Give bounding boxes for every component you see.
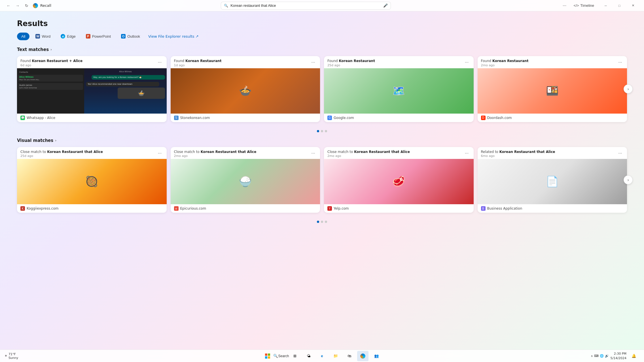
windows-start-button[interactable] [262, 351, 273, 361]
taskview-button[interactable]: ⊞ [289, 351, 300, 361]
tab-powerpoint[interactable]: P PowerPoint [82, 32, 115, 40]
card-found-text-1: Korean Restaurant [185, 59, 221, 63]
text-match-card-1[interactable]: Found Korean Restaurant 1d ago ··· 🍲 S S… [171, 56, 320, 122]
minimize-button[interactable]: ─ [599, 1, 612, 10]
search-icon: 🔍 [224, 4, 228, 8]
weather-widget: ☀️ 71°F Sunny [5, 352, 18, 360]
card-time-2: 25d ago [327, 63, 375, 67]
card-more-button-3[interactable]: ··· [617, 59, 624, 66]
card-image-2: 🗺️ [324, 68, 474, 114]
window-controls: ─ □ ✕ [599, 1, 639, 10]
food-emoji-2: 🗺️ [392, 85, 405, 97]
titlebar-search-bar[interactable]: 🔍 🎤 [221, 2, 391, 10]
epicurious-icon: e [174, 206, 179, 211]
expand-tray-icon[interactable]: ∧ [591, 354, 593, 357]
tab-word[interactable]: W Word [31, 32, 55, 40]
svg-rect-1 [268, 354, 270, 356]
card-source-0: 💬 Whatsapp - Alice [17, 114, 167, 122]
text-matches-carousel: Found Korean Restaurant + Alice 6d ago ·… [17, 56, 627, 122]
visual-matches-carousel: Close match to Korean Restaurant that Al… [17, 147, 627, 213]
view-file-explorer-link[interactable]: View File Explorer results ↗ [148, 34, 199, 39]
teams-taskbar-button[interactable]: 👥 [371, 351, 382, 361]
text-matches-next-arrow[interactable]: › [624, 84, 633, 93]
card-screenshot-2: 🗺️ [324, 68, 474, 114]
card-more-button-0[interactable]: ··· [156, 59, 163, 66]
card-more-button-2[interactable]: ··· [463, 59, 470, 66]
visual-card-more-0[interactable]: ··· [156, 150, 163, 157]
visual-match-text-1: Korean Restaurant that Alice [201, 150, 257, 154]
edge-taskbar-button[interactable]: e [316, 351, 328, 361]
notification-button[interactable]: 🔔 [628, 351, 639, 361]
powerpoint-icon: P [86, 34, 90, 39]
visual-match-card-1[interactable]: Close match to Korean Restaurant that Al… [171, 147, 320, 213]
tab-outlook[interactable]: O Outlook [117, 32, 144, 40]
visual-match-card-3[interactable]: Related to Korean Restaurant that Alice … [478, 147, 627, 213]
visual-card-more-3[interactable]: ··· [617, 150, 624, 157]
store-taskbar-button[interactable]: 🛍 [344, 351, 355, 361]
visual-source-label-0: Koggiiexpress.com [27, 206, 58, 210]
card-more-button-1[interactable]: ··· [310, 59, 317, 66]
clock-display[interactable]: 2:30 PM 5/14/2024 [611, 352, 626, 360]
visual-match-card-0[interactable]: Close match to Korean Restaurant that Al… [17, 147, 167, 213]
back-button[interactable]: ← [5, 2, 12, 10]
widgets-button[interactable]: 🌤 [303, 351, 314, 361]
tab-word-label: Word [42, 34, 50, 39]
recall-taskbar-button[interactable] [357, 351, 368, 361]
visual-matches-header[interactable]: Visual matches › [17, 138, 627, 143]
keyboard-icon: ⌨ [594, 354, 599, 358]
edge-icon: e [61, 34, 65, 39]
explorer-taskbar-button[interactable]: 📁 [330, 351, 341, 361]
taskbar-left: ☀️ 71°F Sunny [5, 352, 18, 360]
card-found-text-3: Korean Restaurant [492, 59, 528, 63]
text-match-card-0[interactable]: Found Korean Restaurant + Alice 6d ago ·… [17, 56, 167, 122]
explorer-taskbar-icon: 📁 [333, 354, 338, 358]
system-tray: ∧ ⌨ 🌐 🔊 [591, 354, 609, 358]
text-match-card-3[interactable]: Found Korean Restaurant 2mo ago ··· 🍱 D … [478, 56, 627, 122]
titlebar-right: ··· </> Timeline ─ □ ✕ [561, 1, 639, 10]
weather-icon: ☀️ [5, 354, 7, 358]
visual-match-card-2[interactable]: Close match to Korean Restaurant that Al… [324, 147, 474, 213]
word-icon: W [35, 34, 40, 39]
more-options-button[interactable]: ··· [561, 2, 569, 10]
visual-screenshot-1: 🍚 [171, 159, 320, 204]
visual-card-more-2[interactable]: ··· [463, 150, 470, 157]
visual-matches-next-arrow[interactable]: › [624, 175, 633, 184]
text-matches-label: Text matches [17, 47, 49, 52]
windows-logo-icon [265, 354, 270, 359]
yelp-icon: Y [327, 206, 332, 211]
visual-emoji-0: 🥘 [85, 176, 98, 188]
pagination-dot-2 [325, 130, 327, 132]
titlebar-left: ← → ↻ Recall [5, 2, 51, 10]
forward-button[interactable]: → [14, 2, 22, 10]
app-title: Recall [40, 3, 51, 8]
text-match-card-2[interactable]: Found Korean Restaurant 25d ago ··· 🗺️ G… [324, 56, 474, 122]
search-taskbar-button[interactable]: 🔍 Search [276, 351, 287, 361]
card-source-1: S Stonekorean.com [171, 114, 320, 122]
nav-buttons: ← → ↻ [5, 2, 31, 10]
clock-time: 2:30 PM [611, 352, 626, 356]
titlebar: ← → ↻ Recall 🔍 🎤 ··· </> Timeline ─ □ ✕ [0, 0, 644, 11]
search-taskbar-label: Search [278, 354, 289, 358]
card-info-2: Found Korean Restaurant 25d ago [327, 59, 375, 67]
tab-all[interactable]: All [17, 33, 29, 40]
page-title: Results [17, 19, 627, 28]
visual-card-more-1[interactable]: ··· [310, 150, 317, 157]
visual-card-image-3: 📄 [478, 159, 627, 204]
search-input[interactable] [230, 3, 381, 8]
visual-match-prefix-1: Close match to [174, 150, 200, 154]
maximize-button[interactable]: □ [613, 1, 626, 10]
refresh-button[interactable]: ↻ [23, 2, 31, 10]
visual-source-label-2: Yelp.com [334, 206, 349, 210]
tab-edge[interactable]: e Edge [56, 32, 80, 40]
text-matches-header[interactable]: Text matches › [17, 47, 627, 52]
close-button[interactable]: ✕ [626, 1, 639, 10]
mic-icon[interactable]: 🎤 [383, 3, 388, 8]
card-source-label-3: Doordash.com [487, 116, 512, 120]
visual-screenshot-3: 📄 [478, 159, 627, 204]
card-found-1: Found Korean Restaurant [174, 59, 222, 63]
card-image-3: 🍱 [478, 68, 627, 114]
timeline-button[interactable]: </> Timeline [571, 2, 597, 9]
card-found-2: Found Korean Restaurant [327, 59, 375, 63]
card-found-text-0: Korean Restaurant + Alice [32, 59, 82, 63]
visual-card-image-1: 🍚 [171, 159, 320, 204]
